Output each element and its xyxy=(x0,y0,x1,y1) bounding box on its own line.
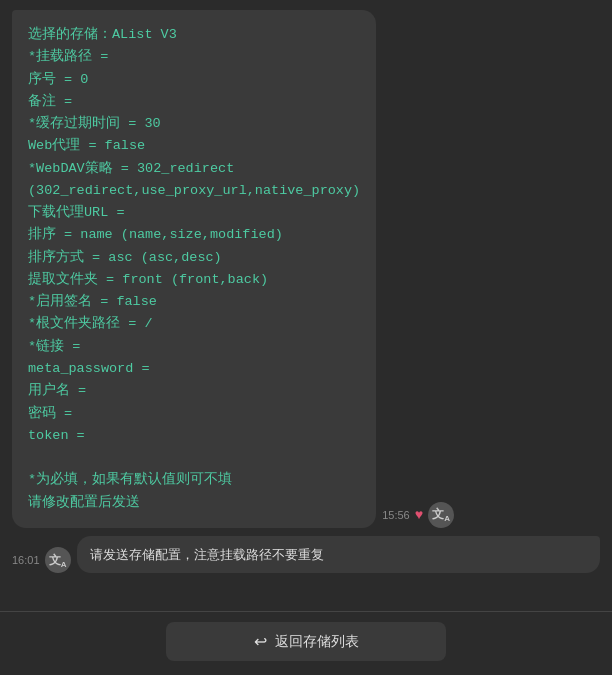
translate-label-1: 文A xyxy=(432,506,450,523)
bot-bubble-1: 选择的存储：AList V3 *挂载路径 = 序号 = 0 备注 = *缓存过期… xyxy=(12,10,376,528)
translate-button-1[interactable]: 文A xyxy=(428,502,454,528)
action-bar: ↩ 返回存储列表 xyxy=(0,612,612,675)
timestamp-2: 16:01 xyxy=(12,554,40,566)
user-bubble-1: 请发送存储配置，注意挂载路径不要重复 xyxy=(77,536,600,574)
message-row-left: 选择的存储：AList V3 *挂载路径 = 序号 = 0 备注 = *缓存过期… xyxy=(12,10,600,528)
timestamp-1: 15:56 xyxy=(382,509,410,521)
bottom-area: ↩ 返回存储列表 xyxy=(0,611,612,675)
translate-button-2[interactable]: 文A xyxy=(45,547,71,573)
message-area: 选择的存储：AList V3 *挂载路径 = 序号 = 0 备注 = *缓存过期… xyxy=(0,0,612,611)
meta-row-1: 15:56 ♥ 文A xyxy=(382,502,454,528)
message-row-right: 请发送存储配置，注意挂载路径不要重复 16:01 文A xyxy=(12,536,600,574)
meta-row-2: 16:01 文A xyxy=(12,547,71,573)
return-label: 返回存储列表 xyxy=(275,633,359,651)
translate-label-2: 文A xyxy=(49,552,67,569)
chat-container: 选择的存储：AList V3 *挂载路径 = 序号 = 0 备注 = *缓存过期… xyxy=(0,0,612,675)
return-icon: ↩ xyxy=(254,632,267,651)
heart-icon[interactable]: ♥ xyxy=(415,507,423,523)
return-button[interactable]: ↩ 返回存储列表 xyxy=(166,622,446,661)
